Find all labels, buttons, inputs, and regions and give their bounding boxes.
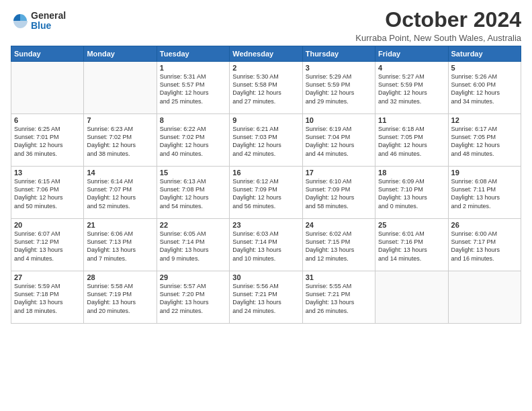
- day-info: Sunrise: 6:14 AM Sunset: 7:07 PM Dayligh…: [87, 177, 153, 210]
- calendar-cell: 15Sunrise: 6:13 AM Sunset: 7:08 PM Dayli…: [157, 167, 229, 219]
- day-number: 21: [87, 221, 153, 229]
- day-number: 30: [232, 273, 299, 281]
- month-title: October 2024: [355, 8, 521, 32]
- day-info: Sunrise: 6:21 AM Sunset: 7:03 PM Dayligh…: [232, 125, 299, 158]
- day-info: Sunrise: 5:30 AM Sunset: 5:58 PM Dayligh…: [232, 73, 299, 105]
- calendar-cell: 1Sunrise: 5:31 AM Sunset: 5:57 PM Daylig…: [157, 62, 229, 114]
- logo-icon: [11, 11, 30, 30]
- calendar-cell: 16Sunrise: 6:12 AM Sunset: 7:09 PM Dayli…: [230, 167, 302, 219]
- day-number: 15: [160, 169, 226, 177]
- calendar-cell: 8Sunrise: 6:22 AM Sunset: 7:02 PM Daylig…: [157, 114, 229, 167]
- day-number: 27: [14, 273, 81, 281]
- calendar-cell: 5Sunrise: 5:26 AM Sunset: 6:00 PM Daylig…: [448, 62, 521, 114]
- day-info: Sunrise: 6:05 AM Sunset: 7:14 PM Dayligh…: [160, 230, 226, 263]
- day-info: Sunrise: 6:06 AM Sunset: 7:13 PM Dayligh…: [87, 230, 153, 263]
- calendar-table: SundayMondayTuesdayWednesdayThursdayFrid…: [11, 46, 521, 324]
- day-number: 19: [451, 169, 518, 177]
- day-header-tuesday: Tuesday: [157, 46, 229, 62]
- day-number: 26: [451, 221, 518, 229]
- day-number: 14: [87, 169, 153, 177]
- day-number: 11: [378, 116, 445, 124]
- day-info: Sunrise: 6:12 AM Sunset: 7:09 PM Dayligh…: [232, 177, 299, 210]
- calendar-cell: 12Sunrise: 6:17 AM Sunset: 7:05 PM Dayli…: [448, 114, 521, 167]
- day-number: 18: [378, 169, 445, 177]
- day-info: Sunrise: 6:08 AM Sunset: 7:11 PM Dayligh…: [451, 177, 518, 210]
- calendar-week-2: 13Sunrise: 6:15 AM Sunset: 7:06 PM Dayli…: [11, 167, 521, 219]
- day-header-wednesday: Wednesday: [230, 46, 302, 62]
- calendar-cell: 31Sunrise: 5:55 AM Sunset: 7:21 PM Dayli…: [302, 271, 375, 324]
- day-info: Sunrise: 5:31 AM Sunset: 5:57 PM Dayligh…: [160, 73, 226, 105]
- calendar-cell: 28Sunrise: 5:58 AM Sunset: 7:19 PM Dayli…: [84, 271, 157, 324]
- title-block: October 2024 Kurraba Point, New South Wa…: [355, 8, 521, 43]
- days-header-row: SundayMondayTuesdayWednesdayThursdayFrid…: [11, 46, 521, 62]
- day-number: 29: [160, 273, 226, 281]
- day-header-thursday: Thursday: [302, 46, 375, 62]
- calendar-week-1: 6Sunrise: 6:25 AM Sunset: 7:01 PM Daylig…: [11, 114, 521, 167]
- logo-general-label: General: [31, 11, 66, 21]
- day-number: 4: [378, 64, 445, 72]
- calendar-cell: [84, 62, 157, 114]
- day-number: 16: [232, 169, 299, 177]
- day-info: Sunrise: 6:13 AM Sunset: 7:08 PM Dayligh…: [160, 177, 226, 210]
- calendar-cell: 25Sunrise: 6:01 AM Sunset: 7:16 PM Dayli…: [375, 219, 448, 271]
- day-number: 13: [14, 169, 81, 177]
- calendar-cell: 27Sunrise: 5:59 AM Sunset: 7:18 PM Dayli…: [11, 271, 84, 324]
- day-number: 17: [306, 169, 372, 177]
- day-number: 25: [378, 221, 445, 229]
- day-info: Sunrise: 5:58 AM Sunset: 7:19 PM Dayligh…: [87, 282, 153, 315]
- day-info: Sunrise: 6:07 AM Sunset: 7:12 PM Dayligh…: [14, 230, 81, 263]
- calendar-cell: 20Sunrise: 6:07 AM Sunset: 7:12 PM Dayli…: [11, 219, 84, 271]
- calendar-cell: 14Sunrise: 6:14 AM Sunset: 7:07 PM Dayli…: [84, 167, 157, 219]
- day-info: Sunrise: 6:23 AM Sunset: 7:02 PM Dayligh…: [87, 125, 153, 158]
- calendar-cell: 4Sunrise: 5:27 AM Sunset: 5:59 PM Daylig…: [375, 62, 448, 114]
- day-info: Sunrise: 6:15 AM Sunset: 7:06 PM Dayligh…: [14, 177, 81, 210]
- day-number: 9: [232, 116, 299, 124]
- day-number: 5: [451, 64, 518, 72]
- calendar-cell: 18Sunrise: 6:09 AM Sunset: 7:10 PM Dayli…: [375, 167, 448, 219]
- day-info: Sunrise: 5:29 AM Sunset: 5:59 PM Dayligh…: [306, 73, 372, 105]
- header: General Blue October 2024 Kurraba Point,…: [11, 8, 521, 43]
- day-info: Sunrise: 6:01 AM Sunset: 7:16 PM Dayligh…: [378, 230, 445, 263]
- calendar-cell: 26Sunrise: 6:00 AM Sunset: 7:17 PM Dayli…: [448, 219, 521, 271]
- day-number: 7: [87, 116, 153, 124]
- calendar-cell: 10Sunrise: 6:19 AM Sunset: 7:04 PM Dayli…: [302, 114, 375, 167]
- calendar-cell: 17Sunrise: 6:10 AM Sunset: 7:09 PM Dayli…: [302, 167, 375, 219]
- calendar-week-0: 1Sunrise: 5:31 AM Sunset: 5:57 PM Daylig…: [11, 62, 521, 114]
- calendar-cell: 21Sunrise: 6:06 AM Sunset: 7:13 PM Dayli…: [84, 219, 157, 271]
- logo-text: General Blue: [31, 11, 66, 32]
- calendar-cell: [375, 271, 448, 324]
- calendar-cell: 19Sunrise: 6:08 AM Sunset: 7:11 PM Dayli…: [448, 167, 521, 219]
- day-info: Sunrise: 6:18 AM Sunset: 7:05 PM Dayligh…: [378, 125, 445, 158]
- day-number: 6: [14, 116, 81, 124]
- day-info: Sunrise: 5:56 AM Sunset: 7:21 PM Dayligh…: [232, 282, 299, 315]
- day-info: Sunrise: 5:26 AM Sunset: 6:00 PM Dayligh…: [451, 73, 518, 105]
- day-info: Sunrise: 6:17 AM Sunset: 7:05 PM Dayligh…: [451, 125, 518, 158]
- day-number: 28: [87, 273, 153, 281]
- calendar-cell: 29Sunrise: 5:57 AM Sunset: 7:20 PM Dayli…: [157, 271, 229, 324]
- logo-blue-label: Blue: [31, 21, 66, 31]
- day-number: 23: [232, 221, 299, 229]
- day-header-monday: Monday: [84, 46, 157, 62]
- day-number: 12: [451, 116, 518, 124]
- calendar-cell: 7Sunrise: 6:23 AM Sunset: 7:02 PM Daylig…: [84, 114, 157, 167]
- day-info: Sunrise: 6:25 AM Sunset: 7:01 PM Dayligh…: [14, 125, 81, 158]
- day-info: Sunrise: 6:09 AM Sunset: 7:10 PM Dayligh…: [378, 177, 445, 210]
- calendar-cell: 9Sunrise: 6:21 AM Sunset: 7:03 PM Daylig…: [230, 114, 302, 167]
- day-info: Sunrise: 5:57 AM Sunset: 7:20 PM Dayligh…: [160, 282, 226, 315]
- calendar-cell: 6Sunrise: 6:25 AM Sunset: 7:01 PM Daylig…: [11, 114, 84, 167]
- calendar-cell: 23Sunrise: 6:03 AM Sunset: 7:14 PM Dayli…: [230, 219, 302, 271]
- day-number: 20: [14, 221, 81, 229]
- day-header-saturday: Saturday: [448, 46, 521, 62]
- calendar-cell: 22Sunrise: 6:05 AM Sunset: 7:14 PM Dayli…: [157, 219, 229, 271]
- day-header-sunday: Sunday: [11, 46, 84, 62]
- day-number: 1: [160, 64, 226, 72]
- day-info: Sunrise: 6:19 AM Sunset: 7:04 PM Dayligh…: [306, 125, 372, 158]
- day-number: 31: [306, 273, 372, 281]
- calendar-week-3: 20Sunrise: 6:07 AM Sunset: 7:12 PM Dayli…: [11, 219, 521, 271]
- calendar-page: General Blue October 2024 Kurraba Point,…: [0, 0, 532, 411]
- day-info: Sunrise: 5:27 AM Sunset: 5:59 PM Dayligh…: [378, 73, 445, 105]
- calendar-cell: 30Sunrise: 5:56 AM Sunset: 7:21 PM Dayli…: [230, 271, 302, 324]
- day-number: 22: [160, 221, 226, 229]
- day-number: 24: [306, 221, 372, 229]
- calendar-cell: 13Sunrise: 6:15 AM Sunset: 7:06 PM Dayli…: [11, 167, 84, 219]
